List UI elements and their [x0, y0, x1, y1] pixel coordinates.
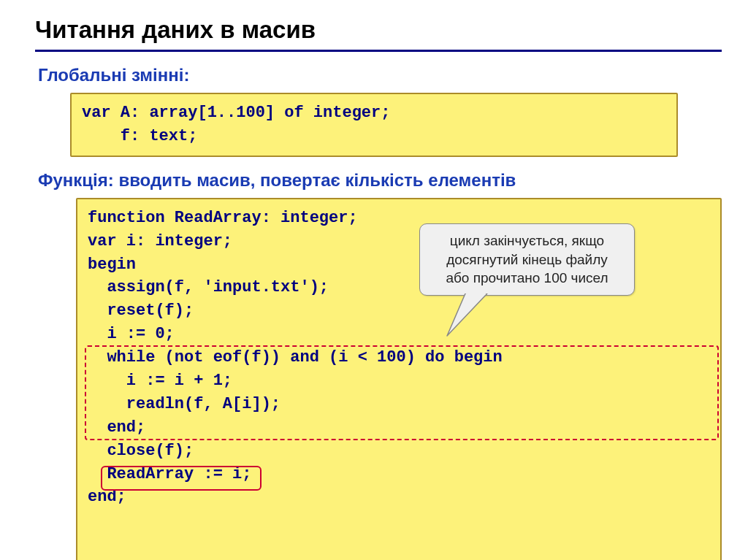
code-global-vars: var A: array[1..100] of integer; f: text…	[70, 93, 678, 157]
callout-tail-icon	[443, 294, 509, 337]
section-global-vars: Глобальні змінні:	[38, 65, 722, 85]
callout-loop-note: цикл закінчується, якщо досягнутий кінец…	[419, 223, 635, 296]
highlight-loop	[85, 345, 719, 440]
code-text-1: var A: array[1..100] of integer; f: text…	[82, 104, 390, 145]
title-rule	[35, 50, 722, 52]
section-function: Функція: вводить масив, повертає кількіс…	[38, 170, 722, 191]
callout-text: цикл закінчується, якщо досягнутий кінец…	[446, 233, 608, 285]
highlight-return	[101, 466, 262, 491]
page-title: Читання даних в масив	[35, 16, 722, 44]
slide: Читання даних в масив Глобальні змінні: …	[0, 0, 748, 560]
